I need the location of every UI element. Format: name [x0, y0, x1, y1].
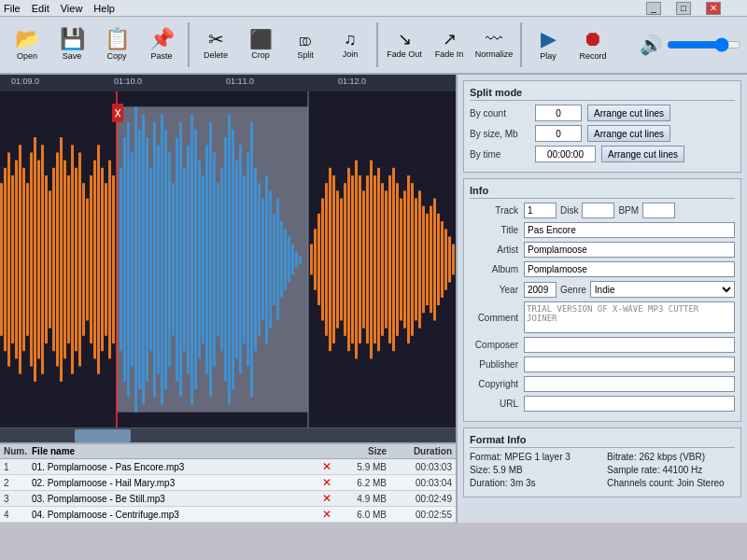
bpm-input[interactable]	[642, 203, 675, 218]
horizontal-scrollbar[interactable]	[0, 427, 456, 442]
save-icon: 💾	[60, 29, 85, 49]
tick-3: 01:11.0	[226, 77, 254, 86]
menu-file[interactable]: File	[4, 3, 21, 14]
record-button[interactable]: ⏺ Record	[571, 20, 614, 70]
volume-slider[interactable]	[667, 37, 741, 52]
fadeout-button[interactable]: ↘ Fade Out	[383, 20, 426, 70]
paste-button[interactable]: 📌 Paste	[140, 20, 183, 70]
url-input[interactable]	[524, 396, 735, 412]
svg-rect-69	[254, 168, 257, 351]
artist-label: Artist	[470, 245, 524, 255]
track-input[interactable]	[524, 203, 557, 218]
format-info-section: Format Info Format: MPEG 1 layer 3 Bitra…	[463, 427, 741, 497]
normalize-label: Normalize	[475, 49, 514, 59]
artist-input[interactable]	[524, 242, 735, 258]
open-button[interactable]: 📂 Open	[6, 20, 49, 70]
copyright-input[interactable]	[524, 376, 735, 392]
split-size-input[interactable]	[535, 125, 582, 142]
left-panel: 01:09.0 01:10.0 01:11.0 01:12.0	[0, 75, 456, 523]
svg-rect-22	[78, 152, 81, 366]
scroll-thumb[interactable]	[75, 429, 131, 442]
comment-textarea[interactable]: TRIAL VERSION OF X-WAVE MP3 CUTTER JOINE…	[524, 301, 735, 333]
svg-rect-95	[359, 175, 361, 343]
svg-rect-18	[63, 161, 66, 359]
artist-row: Artist	[470, 242, 735, 258]
split-size-label: By size, Mb	[470, 129, 535, 139]
file-row-2[interactable]: 2 02. Pomplamoose - Hail Mary.mp3 ✕ 6.2 …	[0, 475, 456, 491]
menu-edit[interactable]: Edit	[32, 3, 49, 14]
disk-input[interactable]	[582, 203, 614, 218]
arrange-size-button[interactable]: Arrange cut lines	[587, 125, 670, 142]
svg-rect-116	[437, 214, 440, 305]
save-label: Save	[63, 51, 82, 61]
file-row-3[interactable]: 3 03. Pomplamoose - Be Still.mp3 ✕ 4.9 M…	[0, 491, 456, 507]
svg-rect-33	[120, 168, 122, 351]
normalize-button[interactable]: 〰 Normalize	[472, 20, 515, 70]
svg-rect-24	[86, 199, 89, 321]
maximize-button[interactable]: □	[676, 2, 691, 15]
delete-button[interactable]: ✂ Delete	[194, 20, 237, 70]
year-input[interactable]	[524, 282, 557, 298]
file-duration: 00:02:49	[387, 494, 452, 504]
timeline-ruler: 01:09.0 01:10.0 01:11.0 01:12.0	[0, 75, 456, 91]
waveform-area[interactable]: ✕ 01:11.3	[0, 91, 456, 427]
bpm-label: BPM	[618, 205, 639, 216]
fadein-button[interactable]: ↗ Fade In	[428, 20, 471, 70]
split-count-row: By count Arrange cut lines	[470, 105, 735, 121]
svg-rect-104	[392, 168, 395, 351]
save-button[interactable]: 💾 Save	[50, 20, 93, 70]
svg-rect-109	[411, 183, 414, 336]
fadeout-icon: ↘	[398, 31, 412, 48]
split-count-input[interactable]	[535, 105, 582, 121]
file-delete[interactable]: ✕	[318, 508, 335, 521]
svg-rect-41	[149, 168, 152, 351]
title-input[interactable]	[524, 222, 735, 238]
file-size: 6.2 MB	[335, 478, 387, 488]
join-button[interactable]: ♫ Join	[329, 20, 372, 70]
copy-button[interactable]: 📋 Copy	[95, 20, 138, 70]
publisher-row: Publisher	[470, 357, 735, 372]
svg-rect-21	[75, 168, 78, 351]
svg-rect-110	[415, 199, 417, 321]
svg-rect-89	[336, 190, 339, 328]
svg-rect-13	[45, 175, 48, 343]
file-delete[interactable]: ✕	[318, 460, 335, 473]
svg-rect-112	[422, 206, 425, 314]
file-name: 03. Pomplamoose - Be Still.mp3	[32, 494, 318, 504]
join-icon: ♫	[344, 31, 357, 48]
play-button[interactable]: ▶ Play	[527, 20, 570, 70]
svg-rect-8	[26, 183, 29, 336]
split-button[interactable]: ⎄ Split	[284, 20, 327, 70]
menu-view[interactable]: View	[61, 3, 83, 14]
file-delete[interactable]: ✕	[318, 476, 335, 489]
file-row-1[interactable]: 1 01. Pomplamoose - Pas Encore.mp3 ✕ 5.9…	[0, 459, 456, 475]
file-duration: 00:03:04	[387, 478, 452, 488]
split-time-input[interactable]	[535, 146, 596, 162]
split-size-row: By size, Mb Arrange cut lines	[470, 125, 735, 142]
publisher-input[interactable]	[524, 357, 735, 372]
svg-rect-100	[377, 168, 380, 351]
close-button[interactable]: ✕	[706, 2, 721, 15]
svg-rect-72	[265, 175, 268, 343]
file-row-4[interactable]: 4 04. Pomplamoose - Centrifuge.mp3 ✕ 6.0…	[0, 507, 456, 523]
file-delete[interactable]: ✕	[318, 492, 335, 505]
minimize-button[interactable]: _	[646, 2, 661, 15]
arrange-time-button[interactable]: Arrange cut lines	[601, 146, 684, 162]
svg-rect-101	[381, 183, 384, 336]
svg-rect-16	[56, 152, 59, 366]
crop-button[interactable]: ⬛ Crop	[239, 20, 282, 70]
tick-1: 01:09.0	[11, 77, 39, 86]
svg-rect-15	[52, 168, 55, 351]
composer-input[interactable]	[524, 337, 735, 353]
info-section: Info Track Disk BPM Title Artist Album	[463, 178, 741, 422]
album-input[interactable]	[524, 261, 735, 277]
menu-help[interactable]: Help	[93, 3, 115, 14]
genre-select[interactable]: IndiePopRockJazz ClassicalElectronicHip-…	[590, 281, 735, 298]
file-duration: 00:02:55	[387, 510, 452, 520]
arrange-count-button[interactable]: Arrange cut lines	[587, 105, 670, 121]
header-duration: Duration	[387, 446, 452, 456]
svg-rect-38	[138, 130, 141, 389]
volume-control: 🔊	[640, 34, 741, 56]
fadeout-label: Fade Out	[387, 49, 422, 59]
svg-rect-58	[213, 152, 216, 366]
